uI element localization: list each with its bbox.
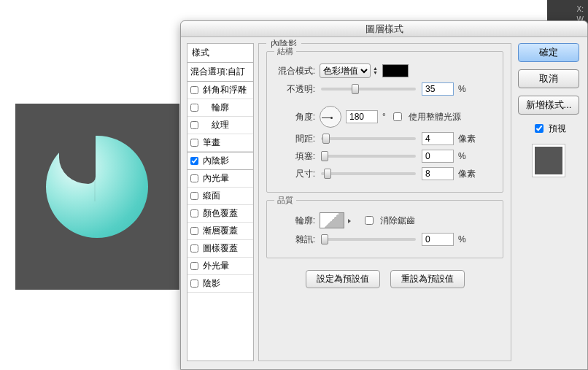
blend-mode-select[interactable]: 色彩增值 — [320, 63, 371, 78]
choke-label: 填塞: — [274, 150, 315, 163]
style-row-11[interactable]: 陰影 — [187, 275, 253, 293]
style-row-10[interactable]: 外光暈 — [187, 258, 253, 275]
style-label-1: 輪廓 — [203, 101, 229, 114]
style-label-9: 圖樣覆蓋 — [203, 242, 238, 255]
noise-label: 雜訊: — [274, 234, 315, 246]
size-slider[interactable] — [321, 172, 416, 175]
structure-group: 結構 混合模式: 色彩增值 ▲▼ 不透明: — [266, 51, 503, 193]
angle-label: 角度: — [274, 111, 315, 123]
style-row-4[interactable]: 內陰影 — [187, 152, 253, 170]
canvas-preview — [15, 104, 179, 290]
contour-label: 輪廓: — [274, 215, 315, 227]
structure-legend: 結構 — [274, 46, 296, 57]
style-row-0[interactable]: 斜角和浮雕 — [187, 82, 253, 99]
noise-input[interactable] — [422, 233, 454, 246]
style-row-8[interactable]: 漸層覆蓋 — [187, 223, 253, 240]
degree-unit: ° — [382, 112, 386, 122]
preview-swatch — [532, 144, 565, 177]
style-checkbox-7[interactable] — [190, 209, 198, 217]
style-checkbox-0[interactable] — [190, 86, 198, 94]
new-style-button[interactable]: 新增樣式... — [518, 96, 579, 115]
angle-input[interactable] — [346, 110, 378, 123]
style-label-0: 斜角和浮雕 — [203, 84, 247, 96]
style-checkbox-4[interactable] — [190, 157, 198, 165]
style-list: 樣式 混合選項:自訂 斜角和浮雕輪廓紋理筆畫內陰影內光暈緞面顏色覆蓋漸層覆蓋圖樣… — [187, 43, 254, 361]
blend-options-row[interactable]: 混合選項:自訂 — [187, 63, 253, 82]
reset-default-button[interactable]: 重設為預設值 — [390, 270, 465, 288]
style-checkbox-11[interactable] — [190, 280, 198, 288]
style-row-3[interactable]: 筆畫 — [187, 134, 253, 152]
opacity-slider[interactable] — [321, 88, 416, 90]
style-label-7: 顏色覆蓋 — [203, 207, 238, 220]
preview-label: 預視 — [549, 123, 566, 135]
style-row-9[interactable]: 圖樣覆蓋 — [187, 240, 253, 258]
choke-input[interactable] — [422, 150, 454, 163]
antialias-checkbox[interactable] — [365, 216, 374, 225]
quality-legend: 品質 — [274, 195, 296, 206]
style-label-11: 陰影 — [203, 277, 220, 290]
style-checkbox-1[interactable] — [190, 104, 198, 112]
style-label-10: 外光暈 — [203, 260, 229, 272]
shadow-color-swatch[interactable] — [382, 64, 409, 77]
style-checkbox-8[interactable] — [190, 227, 198, 235]
style-label-6: 緞面 — [203, 190, 220, 202]
style-label-8: 漸層覆蓋 — [203, 225, 238, 237]
antialias-label: 消除鋸齒 — [380, 215, 415, 227]
dialog-right-column: 確定 取消 新增樣式... 預視 — [516, 43, 581, 361]
noise-slider[interactable] — [321, 238, 416, 241]
contour-picker[interactable] — [320, 212, 344, 228]
style-row-2[interactable]: 紋理 — [187, 117, 253, 134]
global-light-checkbox[interactable] — [393, 112, 402, 121]
dropdown-arrows-icon: ▲▼ — [373, 66, 378, 75]
global-light-label: 使用整體光源 — [409, 111, 461, 123]
style-label-4: 內陰影 — [203, 155, 229, 167]
distance-input[interactable] — [422, 132, 454, 145]
style-checkbox-9[interactable] — [190, 244, 198, 253]
make-default-button[interactable]: 設定為預設值 — [306, 270, 380, 288]
preview-checkbox[interactable] — [535, 124, 543, 133]
style-checkbox-5[interactable] — [190, 174, 198, 182]
size-label: 尺寸: — [274, 168, 315, 180]
style-checkbox-10[interactable] — [190, 262, 198, 270]
opacity-label: 不透明: — [274, 83, 315, 96]
style-label-3: 筆畫 — [203, 136, 220, 149]
quality-group: 品質 輪廓: 消除鋸齒 雜訊: % — [266, 200, 503, 258]
style-label-2: 紋理 — [203, 119, 229, 131]
style-list-header[interactable]: 樣式 — [187, 44, 253, 63]
ok-button[interactable]: 確定 — [518, 43, 579, 62]
layer-style-dialog: 圖層樣式 樣式 混合選項:自訂 斜角和浮雕輪廓紋理筆畫內陰影內光暈緞面顏色覆蓋漸… — [180, 20, 588, 370]
size-input[interactable] — [422, 167, 454, 180]
blend-mode-label: 混合模式: — [274, 65, 315, 77]
style-label-5: 內光暈 — [203, 172, 229, 185]
cancel-button[interactable]: 取消 — [518, 69, 579, 88]
choke-slider[interactable] — [321, 155, 416, 158]
style-row-7[interactable]: 顏色覆蓋 — [187, 205, 253, 223]
dialog-title: 圖層樣式 — [181, 21, 587, 37]
settings-panel: 內陰影 結構 混合模式: 色彩增值 ▲▼ 不透明: — [258, 43, 511, 361]
distance-label: 間距: — [274, 133, 315, 145]
style-row-5[interactable]: 內光暈 — [187, 170, 253, 188]
style-row-1[interactable]: 輪廓 — [187, 99, 253, 117]
style-checkbox-3[interactable] — [190, 139, 198, 147]
distance-slider[interactable] — [321, 137, 416, 140]
opacity-input[interactable] — [422, 82, 454, 96]
angle-dial[interactable] — [320, 106, 341, 128]
style-checkbox-6[interactable] — [190, 192, 198, 200]
percent-unit: % — [458, 84, 466, 94]
style-row-6[interactable]: 緞面 — [187, 188, 253, 205]
style-checkbox-2[interactable] — [190, 121, 198, 129]
